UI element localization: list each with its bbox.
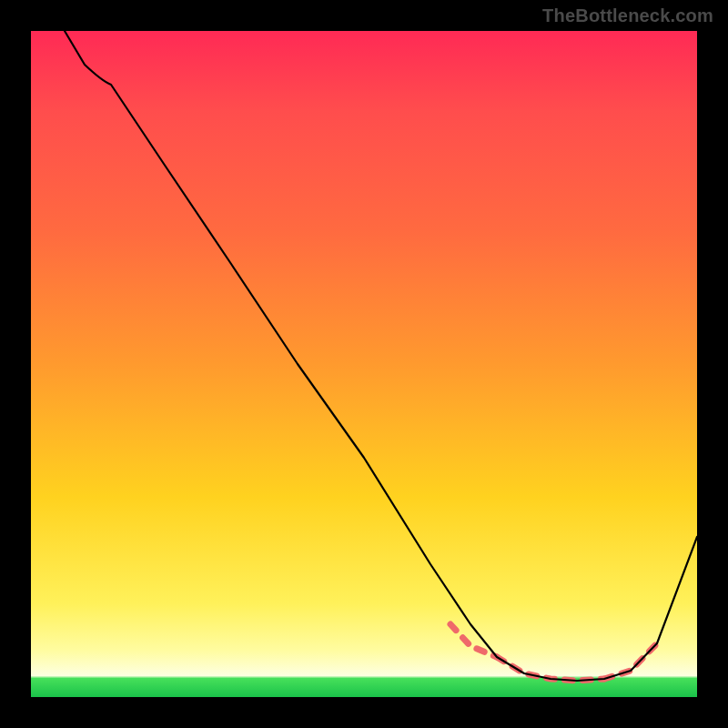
- highlight-dash-bottom: [497, 657, 604, 681]
- gradient-panel: [31, 31, 697, 697]
- chart-stage: TheBottleneck.com: [0, 0, 728, 728]
- curve-svg: [31, 31, 697, 697]
- watermark-text: TheBottleneck.com: [542, 5, 713, 26]
- highlight-dash-right: [604, 643, 657, 679]
- main-curve: [65, 31, 697, 681]
